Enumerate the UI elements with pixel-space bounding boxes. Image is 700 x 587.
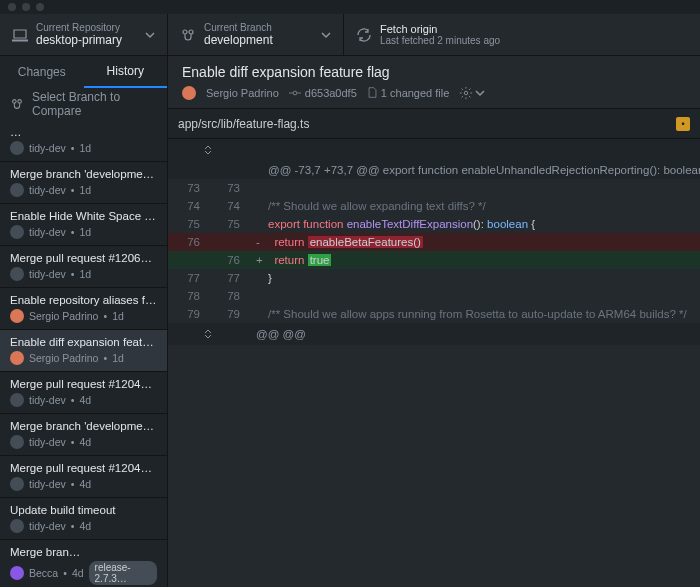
commit-item-time: 1d (79, 142, 91, 154)
commit-item[interactable]: … tidy-dev• 1d (0, 120, 167, 162)
avatar (10, 225, 24, 239)
commit-item-title: Merge pull request #12046 fr… (10, 378, 157, 390)
file-diff-icon (367, 87, 378, 98)
minimize-window-icon[interactable] (22, 3, 30, 11)
commit-item-author: tidy-dev (29, 268, 66, 280)
commit-sha[interactable]: d653a0df5 (289, 87, 357, 99)
unfold-icon (202, 144, 214, 156)
commit-item-time: 1d (112, 352, 124, 364)
commit-item-author: Sergio Padrino (29, 310, 98, 322)
commit-item-time: 1d (79, 268, 91, 280)
branch-selector[interactable]: Current Branch development (168, 14, 344, 55)
commit-item-title: Merge branch 'development' i… (10, 420, 157, 432)
compare-label: Select Branch to Compare (32, 90, 157, 118)
diff-view[interactable]: @@ -73,7 +73,7 @@ export function enable… (168, 139, 700, 587)
commit-detail: Enable diff expansion feature flag Sergi… (168, 56, 700, 587)
commit-item-author: tidy-dev (29, 394, 66, 406)
commit-item[interactable]: Enable diff expansion feature … Sergio P… (0, 330, 167, 372)
commit-item-time: 1d (79, 226, 91, 238)
maximize-window-icon[interactable] (36, 3, 44, 11)
commit-item-time: 1d (79, 184, 91, 196)
commit-item-author: tidy-dev (29, 142, 66, 154)
commit-item-title: Merge pull request #12048 fr… (10, 462, 157, 474)
avatar (10, 435, 24, 449)
sidebar: Changes History Select Branch to Compare… (0, 56, 168, 587)
close-window-icon[interactable] (8, 3, 16, 11)
main-toolbar: Current Repository desktop-primary Curre… (0, 14, 700, 56)
svg-point-1 (465, 91, 469, 95)
commit-item-title: Enable diff expansion feature … (10, 336, 157, 348)
diff-options-button[interactable] (459, 86, 485, 100)
branch-value: development (204, 33, 313, 47)
changed-files[interactable]: 1 changed file (367, 87, 450, 99)
branch-icon (180, 27, 196, 43)
commit-item-time: 4d (79, 520, 91, 532)
commit-item[interactable]: Merge pull request #12066 fr… tidy-dev• … (0, 246, 167, 288)
commit-item[interactable]: Merge branch 'development' i… tidy-dev• … (0, 162, 167, 204)
gear-icon (459, 86, 473, 100)
commit-item-author: tidy-dev (29, 520, 66, 532)
commit-item[interactable]: Update build timeout tidy-dev• 4d (0, 498, 167, 540)
fetch-time: Last fetched 2 minutes ago (380, 35, 688, 46)
sync-icon (356, 27, 372, 43)
commit-item[interactable]: Merge pull request #12048 fr… tidy-dev• … (0, 456, 167, 498)
branch-label: Current Branch (204, 22, 313, 33)
commit-item[interactable]: Enable Hide White Space In D… tidy-dev• … (0, 204, 167, 246)
release-tag: release-2.7.3… (89, 561, 157, 585)
fetch-label: Fetch origin (380, 23, 688, 35)
avatar (10, 393, 24, 407)
tab-changes[interactable]: Changes (0, 56, 84, 88)
repo-value: desktop-primary (36, 33, 137, 47)
unfold-icon (202, 328, 214, 340)
commit-item-author: tidy-dev (29, 184, 66, 196)
commit-item[interactable]: Merge pull request #12046 fr… tidy-dev• … (0, 372, 167, 414)
chevron-down-icon (145, 30, 155, 40)
avatar (10, 519, 24, 533)
commit-item-author: tidy-dev (29, 226, 66, 238)
file-header[interactable]: app/src/lib/feature-flag.ts • (168, 109, 700, 139)
commit-item-author: Becca (29, 567, 58, 579)
branch-icon (10, 97, 24, 111)
commit-header: Enable diff expansion feature flag Sergi… (168, 56, 700, 109)
desktop-icon (12, 27, 28, 43)
commit-item-author: tidy-dev (29, 436, 66, 448)
commit-item-time: 1d (112, 310, 124, 322)
commit-item-time: 4d (72, 567, 84, 579)
commit-item-title: Update build timeout (10, 504, 157, 516)
commit-item-author: Sergio Padrino (29, 352, 98, 364)
commit-item[interactable]: Enable repository aliases feat… Sergio P… (0, 288, 167, 330)
commit-list[interactable]: … tidy-dev• 1dMerge branch 'development'… (0, 120, 167, 587)
commit-item-time: 4d (79, 394, 91, 406)
commit-item[interactable]: Merge bran… Becca• 4drelease-2.7.3… (0, 540, 167, 587)
avatar (10, 141, 24, 155)
window-titlebar (0, 0, 700, 14)
avatar (10, 309, 24, 323)
expand-down-button[interactable]: @@ @@ (168, 323, 700, 345)
avatar (182, 86, 196, 100)
file-path: app/src/lib/feature-flag.ts (178, 117, 309, 131)
commit-item-title: … (10, 126, 157, 138)
commit-item-author: tidy-dev (29, 478, 66, 490)
commit-item-title: Enable Hide White Space In D… (10, 210, 157, 222)
modified-badge-icon: • (676, 117, 690, 131)
commit-author: Sergio Padrino (206, 87, 279, 99)
repo-label: Current Repository (36, 22, 137, 33)
svg-point-0 (293, 91, 297, 95)
commit-item-title: Enable repository aliases feat… (10, 294, 157, 306)
avatar (10, 566, 24, 580)
commit-icon (289, 87, 301, 99)
commit-item[interactable]: Merge branch 'development' i… tidy-dev• … (0, 414, 167, 456)
commit-item-time: 4d (79, 436, 91, 448)
fetch-button[interactable]: Fetch origin Last fetched 2 minutes ago (344, 14, 700, 55)
sidebar-tabs: Changes History (0, 56, 167, 88)
commit-item-title: Merge bran… (10, 546, 157, 558)
repo-selector[interactable]: Current Repository desktop-primary (0, 14, 168, 55)
commit-item-title: Merge pull request #12066 fr… (10, 252, 157, 264)
compare-branch-selector[interactable]: Select Branch to Compare (0, 88, 167, 120)
expand-up-button[interactable] (168, 139, 700, 161)
avatar (10, 267, 24, 281)
commit-item-time: 4d (79, 478, 91, 490)
tab-history[interactable]: History (84, 56, 168, 88)
chevron-down-icon (321, 30, 331, 40)
chevron-down-icon (475, 88, 485, 98)
